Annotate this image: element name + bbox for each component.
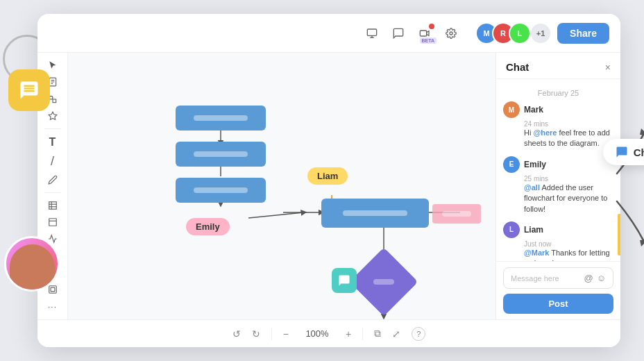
flow-box-center	[321, 199, 429, 228]
settings-icon-btn[interactable]	[439, 22, 463, 45]
flow-box-2	[176, 142, 266, 167]
chat-float-label: Chat	[634, 146, 644, 158]
chat-header: Chat ×	[496, 53, 620, 79]
toolbar-separator-2	[362, 328, 363, 340]
svg-rect-11	[49, 202, 56, 210]
canvas-area[interactable]: Liam Emily	[68, 53, 495, 319]
zoom-level-display: 100%	[300, 328, 334, 339]
chat-avatar-emily: E	[503, 156, 520, 173]
chat-text-emily: @all Added the user flowchart for everyo…	[524, 183, 613, 215]
table-tool[interactable]	[42, 200, 64, 211]
monitor-icon-btn[interactable]	[360, 22, 384, 45]
svg-line-32	[248, 212, 304, 218]
svg-rect-10	[53, 99, 56, 103]
zoom-in-button[interactable]: +	[346, 328, 351, 339]
deco-avatar	[4, 236, 60, 292]
share-button[interactable]: Share	[557, 23, 609, 44]
notification-badge	[429, 24, 434, 29]
flow-box-1	[176, 106, 266, 131]
svg-rect-2	[367, 29, 376, 35]
chat-float-button[interactable]: Chat	[603, 139, 644, 165]
top-bar: BETA M R L +1 Share	[37, 14, 620, 53]
canvas-connectors	[68, 53, 495, 319]
chat-panel: Chat × February 25 M Mark 24 mins	[495, 53, 620, 319]
more-tools[interactable]: ···	[42, 301, 64, 312]
chat-date-divider: February 25	[503, 89, 613, 97]
chat-close-button[interactable]: ×	[605, 62, 611, 73]
svg-marker-0	[640, 128, 644, 135]
top-right-icons: BETA	[360, 22, 463, 45]
select-tool[interactable]	[42, 60, 64, 71]
chat-time-emily: 25 mins	[524, 175, 613, 183]
at-icon[interactable]: @	[584, 273, 593, 283]
help-button[interactable]: ?	[412, 327, 425, 341]
avatar-user3: L	[509, 22, 531, 44]
chat-name-emily: Emily	[524, 160, 546, 169]
svg-rect-15	[49, 219, 56, 226]
label-liam: Liam	[307, 167, 348, 185]
chat-avatar-mark: M	[503, 101, 520, 118]
flow-diamond	[350, 248, 418, 317]
label-emily: Emily	[186, 218, 230, 235]
main-window: BETA M R L +1 Share	[37, 14, 620, 347]
flow-box-3	[176, 178, 266, 203]
canvas-chat-icon	[332, 268, 357, 293]
chat-message-1: M Mark 24 mins Hi @here feel free to add…	[503, 101, 613, 149]
deco-chat-bubble	[8, 69, 50, 111]
chat-time-mark: 24 mins	[524, 120, 613, 128]
frame-tool[interactable]	[42, 217, 64, 228]
pen-tool[interactable]	[42, 174, 64, 185]
video-icon-btn[interactable]: BETA	[413, 22, 437, 45]
chat-input-area: Message here @ ☺ Post	[496, 261, 620, 319]
emoji-icon[interactable]: ☺	[597, 273, 606, 283]
chat-text-liam: @Mark Thanks for letting us know!	[524, 248, 613, 261]
text-tool[interactable]: T	[42, 136, 64, 149]
svg-point-4	[450, 32, 452, 35]
chat-message-3: L Liam Just now @Mark Thanks for letting…	[503, 221, 613, 261]
chat-input-box[interactable]: Message here @ ☺	[503, 267, 613, 289]
chat-post-button[interactable]: Post	[503, 294, 613, 314]
toolbar-divider-1	[44, 128, 61, 129]
svg-marker-1	[640, 240, 644, 246]
undo-button[interactable]: ↺	[232, 328, 241, 339]
fit-button[interactable]: ⤢	[392, 328, 400, 339]
chat-avatar-liam: L	[503, 221, 520, 238]
chat-icon-btn[interactable]	[387, 22, 410, 45]
bottom-toolbar: ↺ ↻ − 100% + ⧉ ⤢ ?	[37, 319, 620, 347]
zoom-out-button[interactable]: −	[283, 328, 289, 339]
chat-name-liam: Liam	[524, 225, 543, 235]
chat-name-mark: Mark	[524, 105, 543, 115]
line-tool[interactable]: /	[42, 154, 64, 169]
avatar-overflow-count: +1	[531, 24, 550, 43]
star-tool[interactable]	[42, 110, 64, 121]
chat-input-icons: @ ☺	[584, 273, 606, 283]
copy-button[interactable]: ⧉	[374, 328, 381, 339]
toolbar-separator-1	[271, 328, 272, 340]
beta-tag: BETA	[420, 37, 437, 44]
flow-box-pink-1	[432, 204, 481, 224]
chat-time-liam: Just now	[524, 240, 613, 248]
redo-button[interactable]: ↻	[252, 328, 260, 339]
chat-text-mark: Hi @here feel free to add sheets to the …	[524, 128, 613, 149]
svg-rect-3	[420, 31, 426, 36]
collaborator-avatars: M R L +1	[475, 22, 550, 44]
chat-messages: February 25 M Mark 24 mins Hi @here feel…	[496, 79, 620, 261]
content-area: T /	[37, 53, 620, 319]
chat-title: Chat	[506, 61, 529, 73]
deco-arrow-bottom	[613, 194, 644, 250]
chat-input-placeholder: Message here	[511, 274, 559, 283]
toolbar-divider-2	[44, 192, 61, 193]
chat-message-2: E Emily 25 mins @all Added the user flow…	[503, 156, 613, 215]
